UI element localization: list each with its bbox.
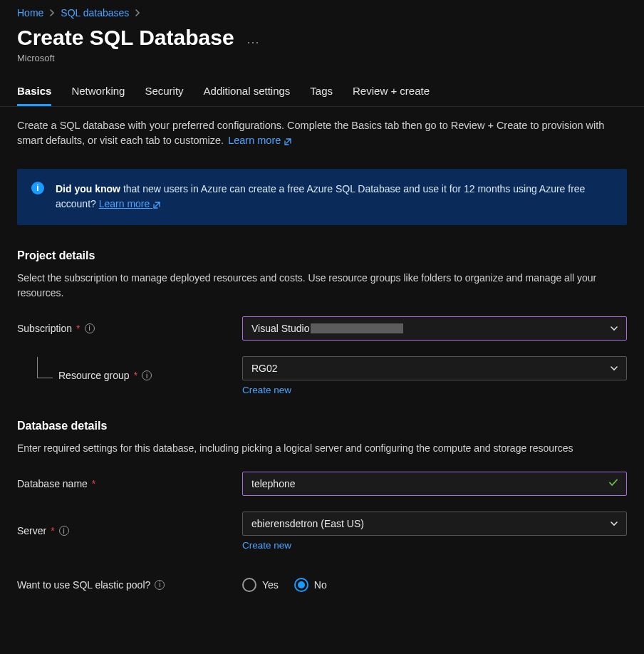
info-icon[interactable]: i	[85, 323, 95, 333]
server-value: ebierensdetron (East US)	[251, 518, 364, 529]
tab-basics[interactable]: Basics	[17, 85, 51, 106]
server-select[interactable]: ebierensdetron (East US)	[242, 512, 627, 536]
project-details-heading: Project details	[17, 249, 627, 262]
redacted-text	[311, 323, 403, 333]
required-indicator: *	[51, 525, 54, 536]
required-indicator: *	[76, 323, 80, 334]
info-banner-learn-more[interactable]: Learn more	[99, 198, 161, 209]
create-new-server-link[interactable]: Create new	[242, 540, 291, 551]
checkmark-icon	[608, 477, 619, 490]
info-icon[interactable]: i	[155, 580, 165, 590]
tree-connector	[37, 357, 53, 378]
breadcrumb-sql-databases[interactable]: SQL databases	[61, 7, 129, 19]
database-details-desc: Enter required settings for this databas…	[17, 441, 627, 456]
chevron-right-icon	[49, 9, 55, 16]
publisher-label: Microsoft	[0, 53, 644, 76]
database-name-label: Database name *	[17, 478, 242, 489]
radio-icon	[294, 578, 308, 592]
required-indicator: *	[92, 478, 95, 489]
subscription-value: Visual Studio	[251, 323, 309, 334]
chevron-down-icon	[609, 323, 619, 333]
tab-networking[interactable]: Networking	[71, 85, 125, 106]
tab-review-create[interactable]: Review + create	[353, 85, 430, 106]
database-name-input-wrapper	[242, 472, 627, 496]
info-icon[interactable]: i	[142, 370, 152, 380]
resource-group-value: RG02	[251, 363, 278, 374]
required-indicator: *	[134, 370, 137, 381]
subscription-select[interactable]: Visual Studio	[242, 316, 627, 341]
external-link-icon	[152, 197, 161, 212]
page-title: Create SQL Database	[17, 26, 234, 50]
radio-label: No	[314, 579, 327, 591]
elastic-pool-no[interactable]: No	[294, 578, 327, 592]
create-new-rg-link[interactable]: Create new	[242, 385, 291, 395]
radio-icon	[242, 578, 256, 592]
project-details-desc: Select the subscription to manage deploy…	[17, 271, 627, 301]
learn-more-link[interactable]: Learn more	[228, 135, 292, 146]
chevron-down-icon	[609, 363, 619, 373]
subscription-label: Subscription * i	[17, 323, 242, 334]
external-link-icon	[284, 134, 292, 149]
elastic-pool-radio-group: Yes No	[242, 578, 627, 592]
elastic-pool-yes[interactable]: Yes	[242, 578, 279, 592]
database-name-input[interactable]	[251, 478, 602, 489]
more-actions-button[interactable]: ⋯	[246, 34, 259, 50]
elastic-pool-label: Want to use SQL elastic pool? i	[17, 579, 242, 591]
info-banner: i Did you know that new users in Azure c…	[17, 169, 627, 225]
tab-tags[interactable]: Tags	[310, 85, 333, 106]
chevron-down-icon	[609, 519, 619, 529]
chevron-right-icon	[135, 9, 140, 16]
info-icon: i	[31, 182, 44, 194]
resource-group-label: Resource group * i	[17, 370, 242, 381]
tabs: Basics Networking Security Additional se…	[0, 76, 644, 107]
resource-group-select[interactable]: RG02	[242, 356, 627, 380]
intro-text: Create a SQL database with your preferre…	[17, 118, 627, 149]
server-label: Server * i	[17, 525, 242, 536]
breadcrumb: Home SQL databases	[0, 0, 644, 23]
tab-additional-settings[interactable]: Additional settings	[204, 85, 291, 106]
breadcrumb-home[interactable]: Home	[17, 7, 43, 19]
page-heading: Create SQL Database ⋯	[0, 23, 644, 53]
tab-security[interactable]: Security	[145, 85, 183, 106]
info-icon[interactable]: i	[59, 526, 69, 536]
database-details-heading: Database details	[17, 420, 627, 432]
radio-label: Yes	[262, 579, 279, 591]
info-banner-lead: Did you know	[56, 183, 120, 194]
